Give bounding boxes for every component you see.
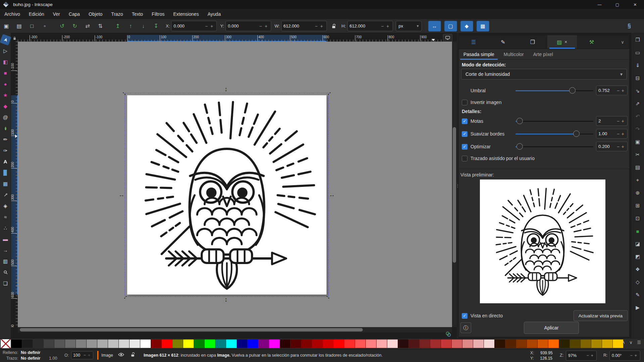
menu-objeto[interactable]: Objeto: [84, 9, 107, 19]
group-icon[interactable]: ❖: [633, 265, 642, 274]
tab-pasada-simple[interactable]: Pasada simple: [459, 49, 499, 59]
optimizar-slider[interactable]: [515, 142, 593, 152]
lower-to-bottom-icon[interactable]: ↧: [151, 21, 161, 31]
palette-menu-icon[interactable]: ☰: [636, 340, 642, 345]
update-preview-button[interactable]: Actualizar vista previa: [574, 310, 628, 321]
deselect-icon[interactable]: □: [27, 21, 37, 31]
menu-ver[interactable]: Ver: [49, 9, 64, 19]
pen-tool[interactable]: ✒: [1, 124, 10, 133]
motas-slider[interactable]: [515, 116, 593, 126]
new-document-icon[interactable]: ❐: [633, 35, 642, 45]
spiral-tool[interactable]: @: [1, 113, 10, 122]
node-editor-tool[interactable]: ▷: [1, 46, 10, 55]
color-swatch[interactable]: [366, 340, 376, 348]
undo-icon[interactable]: ↶: [633, 112, 642, 121]
flip-vertical-icon[interactable]: ⇅: [95, 21, 106, 31]
color-swatch[interactable]: [76, 340, 86, 348]
color-swatch[interactable]: [194, 340, 204, 348]
duplicate-icon[interactable]: ▣: [633, 137, 642, 147]
color-swatch[interactable]: [11, 340, 22, 348]
color-swatch[interactable]: [505, 340, 516, 348]
zoom-field[interactable]: 97% − +: [566, 351, 597, 361]
raise-icon[interactable]: ↑: [125, 21, 136, 31]
color-swatch[interactable]: [44, 340, 54, 348]
selection-box-icon[interactable]: ▫: [39, 21, 50, 31]
rotation-increment[interactable]: +: [634, 353, 638, 358]
umbral-slider[interactable]: [515, 86, 593, 96]
optimizar-increment[interactable]: +: [621, 144, 625, 149]
color-swatch[interactable]: [462, 340, 473, 348]
color-swatch[interactable]: [527, 340, 537, 348]
color-swatch[interactable]: [301, 340, 312, 348]
w-increment[interactable]: +: [319, 23, 324, 29]
open-document-icon[interactable]: ▭: [633, 48, 642, 57]
layer-lock-icon[interactable]: [130, 352, 135, 358]
calligraphy-tool[interactable]: ✑: [1, 146, 10, 155]
color-swatch[interactable]: [162, 340, 172, 348]
menu-capa[interactable]: Capa: [64, 9, 84, 19]
extensions-dialog-tab[interactable]: ⚒: [577, 35, 606, 49]
color-swatch[interactable]: [409, 340, 419, 348]
rectangle-tool[interactable]: ■: [1, 68, 10, 77]
color-swatch[interactable]: [495, 340, 505, 348]
color-swatch[interactable]: [387, 340, 398, 348]
spray-tool[interactable]: ∴: [1, 223, 10, 232]
handle-w[interactable]: ↔: [117, 191, 126, 199]
print-document-icon[interactable]: ⊟: [633, 73, 642, 83]
save-document-icon[interactable]: ⇓: [633, 61, 642, 70]
display-mode-icon[interactable]: [443, 34, 452, 42]
snap-controls-icon[interactable]: §: [624, 21, 635, 31]
select-all-icon[interactable]: ▣: [1, 21, 12, 31]
w-decrement[interactable]: −: [313, 23, 319, 29]
connector-tool[interactable]: →: [1, 246, 10, 255]
color-swatch[interactable]: [87, 340, 97, 348]
detection-mode-dropdown[interactable]: Corte de luminosidad ▾: [461, 69, 627, 80]
swatches-dialog-tab[interactable]: ☰: [459, 35, 488, 49]
scale-corners-toggle[interactable]: ▢: [444, 21, 457, 32]
optimizar-value-field[interactable]: 0.200−+: [596, 142, 628, 151]
color-swatch[interactable]: [269, 340, 280, 348]
suavizar-bordes-slider-handle[interactable]: [573, 131, 580, 137]
owl-image[interactable]: [127, 95, 327, 295]
h-increment[interactable]: +: [385, 23, 390, 29]
lower-icon[interactable]: ↓: [138, 21, 149, 31]
color-swatch[interactable]: [334, 340, 344, 348]
suavizar-bordes-increment[interactable]: +: [621, 131, 625, 137]
opacity-increment[interactable]: +: [87, 353, 91, 358]
height-field[interactable]: 612.000 − +: [347, 21, 393, 31]
zoom-decrement[interactable]: −: [585, 353, 590, 358]
color-swatch[interactable]: [183, 340, 194, 348]
color-swatch[interactable]: [205, 340, 215, 348]
color-swatch[interactable]: [280, 340, 290, 348]
import-image-icon[interactable]: ⇘: [633, 86, 642, 96]
paste-icon[interactable]: ▤: [633, 163, 642, 172]
guide-lock-icon[interactable]: [11, 35, 18, 42]
stroke-value[interactable]: No definir: [21, 356, 40, 361]
rotation-field[interactable]: 0.00° − +: [609, 351, 640, 361]
raise-to-top-icon[interactable]: ↥: [112, 21, 123, 31]
paint-bucket-tool[interactable]: ◈: [1, 201, 10, 210]
fill-value[interactable]: No definir: [21, 350, 40, 355]
box-3d-tool[interactable]: ◆: [1, 102, 10, 111]
info-button[interactable]: ⓘ: [460, 322, 471, 333]
layer-name[interactable]: Image: [101, 353, 113, 358]
zoom-increment[interactable]: +: [590, 353, 594, 358]
color-swatch[interactable]: [441, 340, 451, 348]
document-page[interactable]: [127, 95, 327, 295]
shape-builder-tool[interactable]: ◧: [1, 57, 10, 66]
color-swatch[interactable]: [377, 340, 387, 348]
select-all-layers-icon[interactable]: ▤: [14, 21, 24, 31]
no-color-swatch[interactable]: [1, 339, 11, 348]
color-swatch[interactable]: [516, 340, 527, 348]
color-swatch[interactable]: [344, 340, 355, 348]
play-preview-icon[interactable]: ▶: [633, 303, 642, 312]
menu-extensiones[interactable]: Extensiones: [169, 9, 203, 19]
apply-button[interactable]: Aplicar: [524, 322, 579, 334]
color-swatch[interactable]: [22, 340, 33, 348]
transform-gradients-toggle[interactable]: ◆: [460, 21, 473, 32]
color-swatch[interactable]: [473, 340, 484, 348]
close-dialog-icon[interactable]: ✕: [564, 40, 567, 44]
lock-ratio-icon[interactable]: [330, 21, 338, 31]
suavizar-bordes-checkbox[interactable]: ✓: [462, 131, 467, 137]
color-swatch[interactable]: [602, 340, 612, 348]
